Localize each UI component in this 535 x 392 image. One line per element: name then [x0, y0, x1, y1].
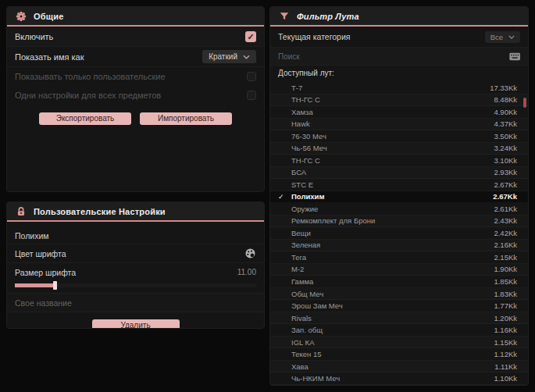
category-value: Все [490, 33, 503, 41]
loot-list: Т-7 17.33Kk ТН-ГС С 8.48Kk Хамза 4.90Kk … [270, 82, 528, 385]
loot-list-item[interactable]: Гамма 1.85Kk [270, 276, 528, 288]
custom-settings-title: Пользовательские Настройки [34, 207, 166, 216]
export-button[interactable]: Экспортировать [39, 112, 131, 125]
loot-list-item[interactable]: Хава 1.11Kk [270, 361, 528, 373]
loot-list-item[interactable]: Эрош Зам Меч 1.77Kk [270, 300, 528, 312]
loot-item-value: 1.15Kk [494, 338, 517, 347]
loot-list-item[interactable]: Тега 2.15Kk [270, 251, 528, 264]
loot-filter-panel: Фильтр Лута Текущая категория Все [269, 6, 529, 386]
loot-list-item[interactable]: Зап. общ 1.16Kk [270, 324, 528, 337]
show-name-dropdown[interactable]: Краткий [202, 50, 256, 63]
loot-item-name: Эрош Зам Меч [291, 301, 494, 310]
loot-filter-title: Фильтр Лута [297, 12, 359, 21]
loot-list-item[interactable]: Rivals 1.20Kk [270, 312, 528, 325]
general-panel-title: Общие [34, 12, 64, 21]
loot-list-item[interactable]: Чь-56 Меч 3.24Kk [270, 143, 528, 155]
loot-list-item[interactable]: Чь-НКИМ Меч 1.10Kk [270, 372, 528, 385]
font-size-label: Размер шрифта [15, 268, 76, 277]
keyboard-icon[interactable] [509, 52, 520, 61]
loot-list-item[interactable]: Текен 15 1.12Kk [270, 348, 528, 361]
loot-item-value: 1.12Kk [494, 350, 517, 358]
search-input[interactable] [278, 52, 509, 61]
loot-item-name: Хава [291, 362, 494, 371]
loot-item-value: 3.50Kk [494, 132, 517, 141]
loot-item-name: ТН-ГС С [291, 95, 494, 104]
loot-list-item[interactable]: БСА 2.93Kk [270, 167, 528, 180]
chevron-down-icon [508, 35, 515, 39]
loot-list-item[interactable]: ТН-ГС С 8.48Kk [270, 94, 528, 107]
font-size-slider-fill [15, 283, 56, 287]
loot-list-item[interactable]: 76-30 Меч 3.50Kk [270, 130, 528, 143]
item-check-icon [278, 193, 291, 201]
loot-list-item[interactable]: IGL КА 1.15Kk [270, 337, 528, 349]
loot-list-item[interactable]: Ремкомплект для Брони 2.43Kk [270, 216, 528, 228]
selected-item-name: Полихим [7, 225, 264, 244]
loot-item-name: Зеленая [291, 241, 494, 249]
loot-item-value: 4.37Kk [494, 119, 517, 128]
loot-list-item[interactable]: Т-7 17.33Kk [270, 82, 528, 94]
custom-settings-panel: Пользовательские Настройки Полихим Цвет … [6, 201, 265, 329]
palette-icon[interactable] [244, 248, 256, 259]
loot-item-value: 1.11Kk [494, 362, 517, 371]
loot-item-value: 1.16Kk [494, 326, 517, 334]
font-size-value: 11.00 [237, 268, 256, 276]
loot-item-value: 2.93Kk [494, 168, 517, 176]
loot-item-name: Т-7 [291, 84, 490, 92]
loot-item-value: 2.67Kk [493, 192, 517, 201]
delete-button[interactable]: Удалить [92, 319, 180, 329]
font-size-slider[interactable] [15, 283, 256, 287]
loot-item-value: 17.33Kk [490, 84, 517, 92]
loot-item-value: 2.42Kk [494, 229, 517, 237]
custom-name-input[interactable] [15, 298, 256, 308]
loot-list-scrollbar[interactable] [523, 84, 526, 382]
loot-list-item[interactable]: STC Е 2.67Kk [270, 179, 528, 191]
loot-item-name: Вещи [291, 229, 494, 237]
loot-item-name: Полихим [291, 192, 493, 201]
loot-item-value: 1.83Kk [494, 290, 517, 298]
gear-icon [16, 11, 27, 22]
loot-list-item[interactable]: М-2 1.90Kk [270, 264, 528, 276]
loot-item-value: 2.16Kk [494, 241, 517, 249]
loot-item-value: 3.24Kk [494, 144, 517, 152]
custom-settings-body: Полихим Цвет шрифта Размер шрифта 11.00 [7, 222, 264, 329]
mod-settings-screen: Общие Включить ✓ Показать имя как Кратки… [0, 0, 535, 392]
loot-item-value: 2.61Kk [494, 205, 517, 213]
font-size-slider-handle[interactable] [53, 281, 57, 290]
loot-list-item[interactable]: Хамза 4.90Kk [270, 106, 528, 119]
loot-item-value: 2.67Kk [494, 180, 517, 189]
loot-item-name: ТН-ГС С [291, 156, 494, 165]
loot-list-item[interactable]: Оружие 2.61Kk [270, 203, 528, 216]
loot-item-value: 1.90Kk [494, 265, 517, 273]
import-button[interactable]: Импортировать [140, 112, 232, 125]
font-size-row: Размер шрифта 11.00 [7, 262, 264, 281]
loot-item-value: 1.20Kk [494, 314, 517, 323]
loot-list-item[interactable]: Hawk 4.37Kk [270, 119, 528, 131]
font-color-row[interactable]: Цвет шрифта [7, 244, 264, 262]
show-name-value: Краткий [209, 52, 237, 61]
loot-item-name: Чь-56 Меч [291, 144, 494, 152]
loot-item-name: Гамма [291, 277, 494, 286]
available-loot-label: Доступный лут: [270, 66, 528, 80]
enable-checkbox[interactable]: ✓ [245, 31, 256, 42]
loot-item-value: 1.10Kk [494, 374, 517, 383]
same-settings-checkbox[interactable] [247, 91, 256, 100]
loot-list-item[interactable]: Зеленая 2.16Kk [270, 240, 528, 252]
loot-list-item[interactable]: Общ Меч 1.83Kk [270, 288, 528, 301]
loot-item-value: 4.90Kk [494, 108, 517, 116]
loot-list-scroll-thumb[interactable] [523, 98, 526, 108]
loot-list-item[interactable]: ТН-ГС С 3.10Kk [270, 155, 528, 167]
loot-item-name: 76-30 Меч [291, 132, 494, 141]
enable-row: Включить ✓ [7, 27, 264, 47]
custom-settings-header: Пользовательские Настройки [7, 202, 264, 222]
only-custom-checkbox[interactable] [247, 72, 256, 81]
loot-item-value: 3.10Kk [494, 156, 517, 165]
category-dropdown[interactable]: Все [485, 31, 520, 43]
loot-list-item[interactable]: Вещи 2.42Kk [270, 227, 528, 240]
loot-item-value: 1.77Kk [494, 301, 517, 310]
loot-list-item[interactable]: Полихим 2.67Kk [270, 191, 528, 204]
show-name-label: Показать имя как [15, 52, 84, 62]
loot-item-name: БСА [291, 168, 494, 176]
loot-filter-header: Фильтр Лута [270, 7, 528, 27]
chevron-down-icon [243, 55, 250, 59]
user-settings-icon [16, 206, 27, 217]
